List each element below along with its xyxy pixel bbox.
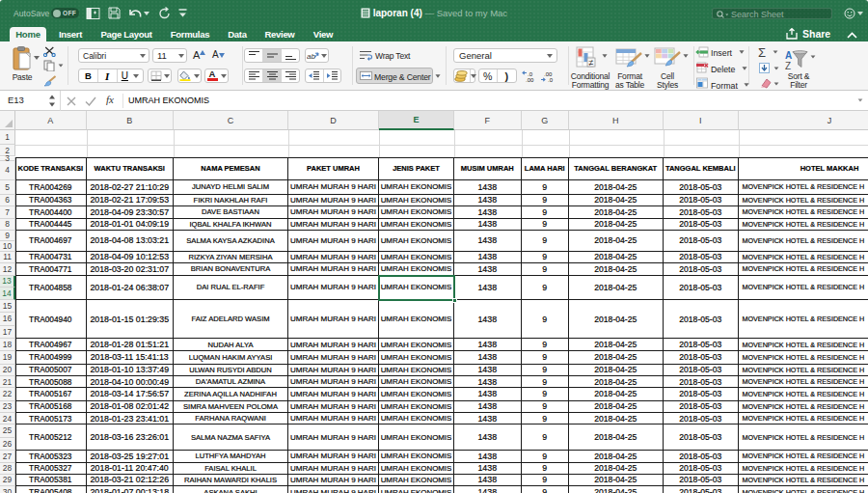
svg-text:A: A xyxy=(785,50,792,61)
svg-text:ab: ab xyxy=(307,52,315,61)
svg-text:.00: .00 xyxy=(526,77,534,83)
svg-text:Z: Z xyxy=(785,61,791,71)
svg-text:≠: ≠ xyxy=(589,58,594,68)
svg-text:.0: .0 xyxy=(548,77,554,83)
